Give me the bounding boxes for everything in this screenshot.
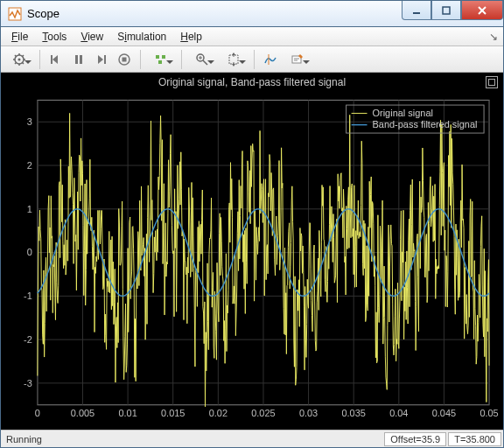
svg-line-14 <box>23 55 24 57</box>
menu-simulation[interactable]: Simulation <box>110 29 173 45</box>
svg-rect-18 <box>80 55 82 64</box>
svg-text:0.005: 0.005 <box>71 408 94 418</box>
menu-view[interactable]: View <box>74 29 110 45</box>
step-back-button[interactable] <box>46 49 66 70</box>
svg-rect-25 <box>158 60 162 64</box>
dock-icon[interactable]: ↘ <box>487 31 500 43</box>
zoom-button[interactable] <box>187 49 217 70</box>
svg-rect-17 <box>75 55 78 64</box>
app-icon <box>8 7 22 21</box>
svg-text:0.04: 0.04 <box>389 408 408 418</box>
plot-svg: -3-2-10123 00.0050.010.0150.020.0250.030… <box>1 92 503 430</box>
menu-tools[interactable]: Tools <box>35 29 74 45</box>
svg-rect-24 <box>162 55 165 59</box>
svg-text:0.03: 0.03 <box>299 408 318 418</box>
menu-help[interactable]: Help <box>173 29 209 45</box>
svg-marker-33 <box>232 52 235 55</box>
triggers-button[interactable] <box>146 49 176 70</box>
legend-label-2: Band-pass filtered signal <box>373 120 478 130</box>
legend-label-1: Original signal <box>373 108 433 119</box>
svg-text:0.015: 0.015 <box>161 408 185 418</box>
svg-text:0.02: 0.02 <box>209 408 228 418</box>
svg-text:-2: -2 <box>24 334 32 345</box>
svg-text:0: 0 <box>35 408 40 418</box>
svg-marker-19 <box>98 55 103 64</box>
svg-marker-15 <box>52 55 58 64</box>
svg-text:0.035: 0.035 <box>341 408 365 418</box>
svg-text:0: 0 <box>27 248 32 258</box>
svg-text:0.045: 0.045 <box>432 408 456 418</box>
svg-text:0.025: 0.025 <box>251 408 275 418</box>
minimize-button[interactable] <box>402 1 431 20</box>
plot-title: Original signal, Band-pass filtered sign… <box>1 76 503 88</box>
svg-rect-23 <box>156 55 159 59</box>
svg-text:-3: -3 <box>24 378 32 388</box>
maximize-button[interactable] <box>431 1 461 20</box>
status-time: T=35.800 <box>448 432 501 446</box>
plot-area[interactable]: Original signal, Band-pass filtered sign… <box>1 73 503 430</box>
svg-text:1: 1 <box>27 204 32 214</box>
menu-file[interactable]: File <box>4 29 35 45</box>
svg-line-11 <box>15 55 17 57</box>
svg-text:0.01: 0.01 <box>118 408 136 418</box>
statusbar: Running Offset=35.9 T=35.800 <box>1 430 503 447</box>
status-state: Running <box>3 434 382 444</box>
step-forward-button[interactable] <box>91 49 112 70</box>
autoscale-button[interactable] <box>219 49 248 70</box>
svg-line-13 <box>15 62 17 64</box>
window-title: Scope <box>27 7 65 20</box>
svg-text:0.05: 0.05 <box>480 408 498 418</box>
svg-line-12 <box>23 62 24 64</box>
close-button[interactable] <box>461 1 503 20</box>
svg-text:2: 2 <box>27 160 32 171</box>
cursor-button[interactable] <box>260 49 281 70</box>
stop-button[interactable] <box>114 49 135 70</box>
titlebar[interactable]: Scope <box>1 1 503 27</box>
status-offset: Offset=35.9 <box>384 432 446 446</box>
toolbar <box>1 46 503 73</box>
svg-text:-1: -1 <box>24 290 32 301</box>
svg-marker-34 <box>232 64 235 66</box>
svg-text:3: 3 <box>27 116 32 127</box>
svg-point-6 <box>18 58 21 60</box>
menubar: File Tools View Simulation Help ↘ <box>1 27 503 46</box>
svg-rect-22 <box>122 57 127 61</box>
pause-button[interactable] <box>68 49 89 70</box>
plot-maximize-icon[interactable] <box>486 76 498 88</box>
settings-button[interactable] <box>4 49 34 70</box>
svg-rect-2 <box>443 7 450 14</box>
annotate-button[interactable] <box>283 49 312 70</box>
scope-window: Scope File Tools View Simulation Help ↘ <box>0 0 504 448</box>
